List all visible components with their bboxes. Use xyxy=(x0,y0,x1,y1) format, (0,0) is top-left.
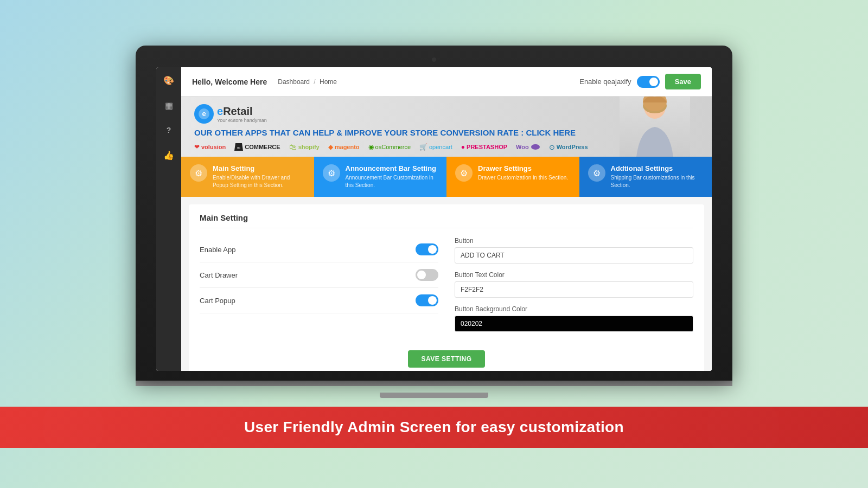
banner-inner: e e Retail Your eStore handyman xyxy=(181,97,712,157)
bottom-banner: User Friendly Admin Screen for easy cust… xyxy=(0,407,868,448)
svg-point-3 xyxy=(531,144,540,150)
card-additional-icon: ⚙ xyxy=(588,164,605,182)
button-bg-color-label: Button Background Color xyxy=(455,305,693,313)
card-additional[interactable]: ⚙ Addtional Settings Shipping Bar custom… xyxy=(579,157,712,197)
laptop-camera xyxy=(432,57,436,62)
button-text-color-label: Button Text Color xyxy=(455,271,693,279)
header-right: Enable qeajaxify Save xyxy=(579,74,701,89)
logo-retail: Retail xyxy=(223,105,252,118)
card-main-setting[interactable]: ⚙ Main Setting Enable/Disable with Drawe… xyxy=(181,157,314,197)
card-announcement[interactable]: ⚙ Announcement Bar Setting Announcement … xyxy=(314,157,447,197)
sidebar-icon-palette[interactable]: 🎨 xyxy=(161,73,176,88)
setting-cart-popup: Cart Popup xyxy=(200,288,438,313)
button-text-input[interactable] xyxy=(455,247,693,264)
breadcrumb-sep: / xyxy=(314,78,317,86)
sidebar-icon-help[interactable]: ? xyxy=(161,123,176,138)
logo-circle: e xyxy=(194,104,214,124)
laptop-hinge xyxy=(136,381,732,386)
card-drawer-icon: ⚙ xyxy=(455,164,473,182)
platform-volusion: ❤ volusion xyxy=(194,143,226,151)
save-setting-button[interactable]: SAVE SETTING xyxy=(408,350,484,368)
logo-e: e xyxy=(217,105,223,118)
button-field-group: Button xyxy=(455,237,693,264)
setting-cart-drawer: Cart Drawer xyxy=(200,262,438,288)
card-additional-title: Addtional Settings xyxy=(611,164,704,172)
platform-woocommerce: Woo xyxy=(516,144,540,150)
card-main-desc: Enable/Disable with Drawer and Popup Set… xyxy=(213,174,305,189)
platform-shopify: 🛍 shopify xyxy=(289,143,320,151)
sidebar-icon-grid[interactable]: ▦ xyxy=(161,98,176,113)
logo-text-area: e Retail Your eStore handyman xyxy=(217,105,267,123)
button-text-color-group: Button Text Color xyxy=(455,271,693,298)
header: Hello, Welcome Here Dashboard / Home Ena… xyxy=(181,67,712,97)
breadcrumb: Dashboard / Home xyxy=(278,78,337,86)
button-text-color-input[interactable] xyxy=(455,281,693,298)
platform-magento: ◆ magento xyxy=(328,143,360,151)
svg-text:e: e xyxy=(202,110,206,118)
card-announcement-text: Announcement Bar Setting Announcement Ba… xyxy=(346,164,438,189)
settings-grid: Enable App Cart Drawer Cart Popup xyxy=(200,237,693,339)
header-left: Hello, Welcome Here Dashboard / Home xyxy=(192,78,337,86)
enable-qeajaxify-label: Enable qeajaxify xyxy=(579,78,631,86)
hello-name: Welcome Here xyxy=(215,78,267,86)
sidebar-icon-thumb[interactable]: 👍 xyxy=(161,147,176,163)
svg-text:ac: ac xyxy=(237,146,240,149)
platform-commerce: ac COMMERCE xyxy=(234,143,280,151)
card-main-icon: ⚙ xyxy=(190,164,207,182)
card-additional-text: Addtional Settings Shipping Bar customiz… xyxy=(611,164,704,189)
logo-tagline: Your eStore handyman xyxy=(217,118,267,123)
enable-qeajaxify-toggle[interactable] xyxy=(637,76,660,88)
settings-cards: ⚙ Main Setting Enable/Disable with Drawe… xyxy=(181,157,712,197)
enable-app-toggle[interactable] xyxy=(416,243,438,255)
header-save-button[interactable]: Save xyxy=(665,74,701,89)
sidebar: 🎨 ▦ ? 👍 xyxy=(156,67,181,371)
breadcrumb-dashboard[interactable]: Dashboard xyxy=(278,78,310,86)
button-bg-color-input[interactable] xyxy=(455,316,693,332)
settings-left: Enable App Cart Drawer Cart Popup xyxy=(200,237,438,339)
banner: e e Retail Your eStore handyman xyxy=(181,97,712,157)
main-setting-section: Main Setting Enable App Cart Drawer xyxy=(189,204,704,371)
platform-wordpress: ⊙ WordPress xyxy=(549,143,588,151)
laptop-screen: 🎨 ▦ ? 👍 Hello, Welcome Here xyxy=(156,67,712,371)
banner-promo-link[interactable]: OUR OTHER APPS THAT CAN HELP & IMPROVE Y… xyxy=(194,128,699,137)
cart-popup-toggle[interactable] xyxy=(416,294,438,306)
card-main-title: Main Setting xyxy=(213,164,305,172)
platform-oscommerce: ◉ osCommerce xyxy=(368,143,411,151)
card-drawer-desc: Drawer Customization in this Section. xyxy=(478,174,568,182)
card-additional-desc: Shipping Bar customizations in this Sect… xyxy=(611,174,704,189)
settings-right: Button Button Text Color Button Backgrou… xyxy=(455,237,693,339)
card-drawer-text: Drawer Settings Drawer Customization in … xyxy=(478,164,568,182)
cart-drawer-toggle[interactable] xyxy=(416,269,438,281)
setting-enable-app: Enable App xyxy=(200,237,438,262)
card-main-text: Main Setting Enable/Disable with Drawer … xyxy=(213,164,305,189)
button-section-label: Button xyxy=(455,237,693,245)
enable-app-label: Enable App xyxy=(200,246,236,254)
main-content: Hello, Welcome Here Dashboard / Home Ena… xyxy=(181,67,712,371)
card-drawer[interactable]: ⚙ Drawer Settings Drawer Customization i… xyxy=(446,157,579,197)
laptop-bezel: 🎨 ▦ ? 👍 Hello, Welcome Here xyxy=(136,46,732,381)
cart-drawer-label: Cart Drawer xyxy=(200,271,238,279)
bottom-banner-text: User Friendly Admin Screen for easy cust… xyxy=(0,419,868,436)
card-drawer-title: Drawer Settings xyxy=(478,164,568,172)
header-hello: Hello, Welcome Here xyxy=(192,78,267,86)
cart-popup-label: Cart Popup xyxy=(200,297,235,305)
banner-logo: e e Retail Your eStore handyman xyxy=(194,104,699,124)
laptop-wrapper: 🎨 ▦ ? 👍 Hello, Welcome Here xyxy=(136,46,732,398)
app-container: 🎨 ▦ ? 👍 Hello, Welcome Here xyxy=(156,67,712,371)
card-announcement-desc: Announcement Bar Customization in this S… xyxy=(346,174,438,189)
banner-platform-logos: ❤ volusion ac COMMERCE 🛍 shopify xyxy=(194,143,699,151)
hello-label: Hello, xyxy=(192,78,213,86)
breadcrumb-home[interactable]: Home xyxy=(320,78,337,86)
button-bg-color-group: Button Background Color xyxy=(455,305,693,332)
card-announcement-title: Announcement Bar Setting xyxy=(346,164,438,172)
platform-prestashop: ● PRESTASHOP xyxy=(461,143,507,151)
section-title: Main Setting xyxy=(200,213,693,228)
card-announcement-icon: ⚙ xyxy=(323,164,340,182)
platform-opencart: 🛒 opencart xyxy=(419,143,452,151)
